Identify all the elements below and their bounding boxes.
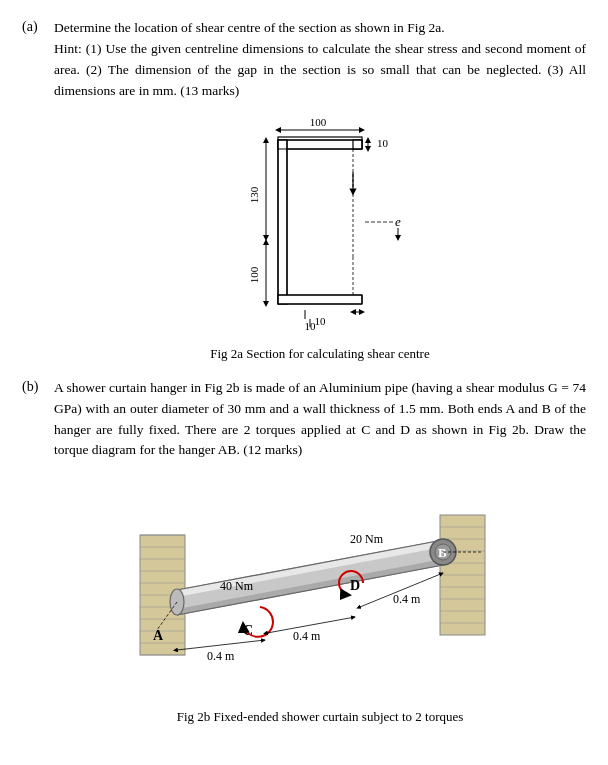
svg-text:100: 100	[248, 266, 260, 283]
fig2b-caption: Fig 2b Fixed-ended shower curtain subjec…	[177, 709, 464, 725]
cross-section-diagram: 100	[210, 112, 430, 342]
section-b-text: A shower curtain hanger in Fig 2b is mad…	[54, 378, 586, 462]
svg-rect-3	[278, 140, 362, 149]
svg-text:100: 100	[310, 116, 327, 128]
svg-text:B: B	[438, 545, 447, 560]
svg-text:10: 10	[315, 315, 327, 327]
svg-text:20 Nm: 20 Nm	[350, 532, 384, 546]
section-a-line1: Determine the location of shear centre o…	[54, 20, 445, 35]
section-b-content: A shower curtain hanger in Fig 2b is mad…	[54, 378, 586, 732]
fig2a-caption: Fig 2a Section for calculating shear cen…	[210, 346, 429, 362]
svg-rect-6	[353, 140, 362, 149]
section-a-label: (a)	[22, 18, 44, 368]
svg-text:A: A	[153, 628, 164, 643]
section-b-label: (b)	[22, 378, 44, 732]
section-a-content: Determine the location of shear centre o…	[54, 18, 586, 368]
svg-text:0.4 m: 0.4 m	[293, 629, 321, 643]
svg-text:0.4 m: 0.4 m	[393, 592, 421, 606]
svg-text:40 Nm: 40 Nm	[220, 579, 254, 593]
section-a-text: Determine the location of shear centre o…	[54, 18, 586, 102]
svg-rect-4	[278, 140, 287, 304]
svg-text:e: e	[395, 214, 401, 229]
svg-text:0.4 m: 0.4 m	[207, 649, 235, 663]
fig2a-container: 100	[54, 112, 586, 362]
section-a-hint: Hint: (1) Use the given centreline dimen…	[54, 41, 586, 98]
svg-text:10: 10	[377, 137, 389, 149]
svg-rect-5	[278, 295, 362, 304]
fig2b-diagram: A B C 40 Nm D 20 Nm	[135, 475, 505, 705]
svg-text:D: D	[350, 578, 360, 593]
section-a: (a) Determine the location of shear cent…	[22, 18, 586, 368]
section-b: (b) A shower curtain hanger in Fig 2b is…	[22, 378, 586, 732]
fig2b-container: A B C 40 Nm D 20 Nm	[54, 475, 586, 725]
svg-text:130: 130	[248, 186, 260, 203]
